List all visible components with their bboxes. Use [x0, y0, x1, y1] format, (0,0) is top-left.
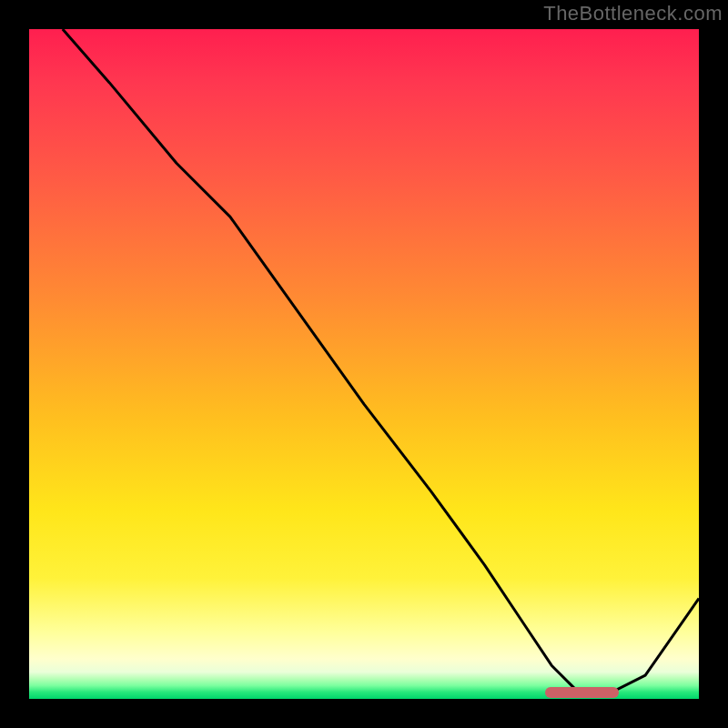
plot-area: [29, 29, 699, 699]
credit-text: TheBottleneck.com: [543, 2, 723, 25]
gradient-background: [29, 29, 699, 699]
optimal-marker: [545, 687, 619, 698]
